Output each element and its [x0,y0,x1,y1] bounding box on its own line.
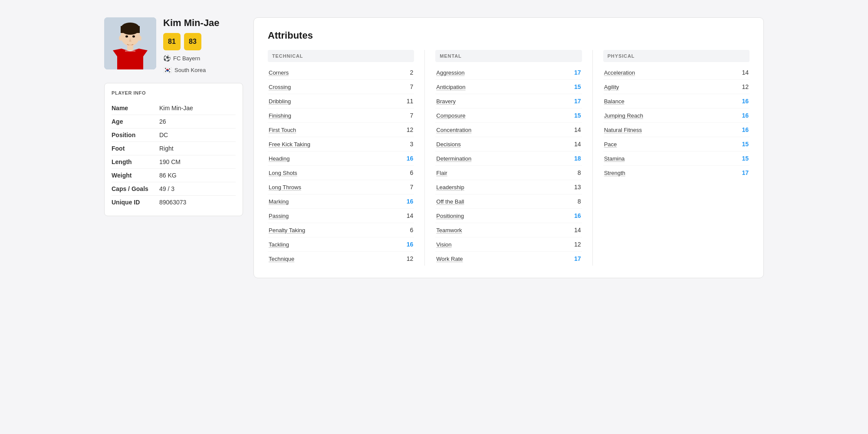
attr-name[interactable]: Work Rate [436,256,463,262]
attr-value: 7 [403,112,413,119]
attr-name[interactable]: Vision [436,241,451,248]
attr-name[interactable]: Strength [604,170,625,176]
attr-name[interactable]: Determination [436,155,471,162]
club-name: FC Bayern [173,55,200,62]
attr-name[interactable]: Technique [269,256,294,262]
attr-row: Stamina 15 [603,151,750,166]
attr-value: 17 [571,255,581,262]
attr-name[interactable]: Bravery [436,98,456,105]
attr-row: Bravery 17 [435,94,582,108]
attr-row: Marking 16 [268,194,414,209]
attr-value: 2 [403,69,413,76]
attr-value: 15 [571,83,581,90]
info-value: 26 [159,118,166,125]
attr-value: 16 [571,212,581,219]
physical-rows: Acceleration 14 Agility 12 Balance 16 Ju… [603,66,750,180]
info-label: Caps / Goals [112,185,159,192]
nation-name: South Korea [174,67,206,73]
attr-name[interactable]: Crossing [269,84,291,90]
attr-name[interactable]: Teamwork [436,227,462,233]
attr-value: 3 [403,141,413,148]
player-header: Kim Min-Jae 81 83 ⚽ FC Bayern 🇰🇷 South K… [104,17,243,74]
attr-name[interactable]: Passing [269,213,289,219]
technical-header: TECHNICAL [268,50,414,62]
attr-name[interactable]: Positioning [436,213,464,219]
attr-name[interactable]: Decisions [436,141,460,148]
attr-value: 15 [571,112,581,119]
attr-name[interactable]: Long Shots [269,170,297,176]
attr-name[interactable]: Penalty Taking [269,227,305,233]
attr-row: Free Kick Taking 3 [268,137,414,151]
physical-header: PHYSICAL [603,50,750,62]
svg-rect-8 [127,45,133,50]
attr-name[interactable]: Acceleration [604,69,635,76]
attr-row: Positioning 16 [435,209,582,223]
info-row: Foot Right [112,142,236,155]
attr-name[interactable]: Concentration [436,127,471,133]
attr-name[interactable]: Stamina [604,155,625,162]
info-label: Foot [112,145,159,152]
club-icon: ⚽ [163,55,171,62]
attr-name[interactable]: Pace [604,141,617,148]
attr-name[interactable]: First Touch [269,127,296,133]
attr-value: 14 [571,126,581,133]
attr-value: 14 [403,212,413,219]
attr-name[interactable]: Balance [604,98,625,105]
attr-name[interactable]: Leadership [436,184,464,191]
attr-value: 15 [738,141,749,148]
attr-row: Tackling 16 [268,237,414,252]
info-value: 86 KG [159,172,177,179]
ratings-row: 81 83 [163,33,220,50]
attr-name[interactable]: Aggression [436,69,464,76]
attr-name[interactable]: Long Throws [269,184,301,191]
attr-columns: TECHNICAL Corners 2 Crossing 7 Dribbling… [268,50,750,266]
attr-value: 11 [403,98,413,105]
attr-row: Concentration 14 [435,123,582,137]
attr-name[interactable]: Anticipation [436,84,465,90]
attr-name[interactable]: Off the Ball [436,198,464,205]
attr-name[interactable]: Corners [269,69,289,76]
attr-value: 16 [403,155,413,162]
info-value: Right [159,145,174,152]
info-label: Unique ID [112,199,159,206]
attr-value: 16 [403,241,413,248]
rating-badge-1: 81 [163,33,181,50]
info-label: Position [112,132,159,138]
attr-name[interactable]: Flair [436,170,447,176]
attr-row: Corners 2 [268,66,414,80]
attr-row: Technique 12 [268,252,414,266]
info-label: Length [112,158,159,165]
attr-row: Natural Fitness 16 [603,123,750,137]
attr-name[interactable]: Heading [269,155,289,162]
attr-name[interactable]: Composure [436,112,465,119]
player-info-title: PLAYER INFO [112,90,236,95]
attr-name[interactable]: Marking [269,198,289,205]
left-panel: Kim Min-Jae 81 83 ⚽ FC Bayern 🇰🇷 South K… [104,17,243,278]
attr-row: Teamwork 14 [435,223,582,237]
svg-rect-3 [121,26,140,33]
svg-rect-9 [125,50,135,52]
attr-value: 14 [571,141,581,148]
attr-value: 8 [571,169,581,176]
attr-name[interactable]: Natural Fitness [604,127,642,133]
attr-value: 12 [403,126,413,133]
physical-col: PHYSICAL Acceleration 14 Agility 12 Bala… [592,50,750,266]
attr-name[interactable]: Free Kick Taking [269,141,310,148]
rating-badge-2: 83 [184,33,201,50]
attr-name[interactable]: Agility [604,84,619,90]
attr-name[interactable]: Dribbling [269,98,291,105]
attr-name[interactable]: Tackling [269,241,289,248]
mental-col: MENTAL Aggression 17 Anticipation 15 Bra… [424,50,582,266]
player-name-block: Kim Min-Jae 81 83 ⚽ FC Bayern 🇰🇷 South K… [163,17,220,74]
attr-row: Flair 8 [435,166,582,180]
mental-header: MENTAL [435,50,582,62]
info-row: Position DC [112,128,236,142]
attr-row: Off the Ball 8 [435,194,582,209]
svg-point-6 [119,36,122,41]
attr-value: 12 [571,241,581,248]
attr-value: 15 [738,155,749,162]
attr-row: Aggression 17 [435,66,582,80]
info-row: Unique ID 89063073 [112,196,236,209]
attr-name[interactable]: Jumping Reach [604,112,643,119]
attr-name[interactable]: Finishing [269,112,291,119]
